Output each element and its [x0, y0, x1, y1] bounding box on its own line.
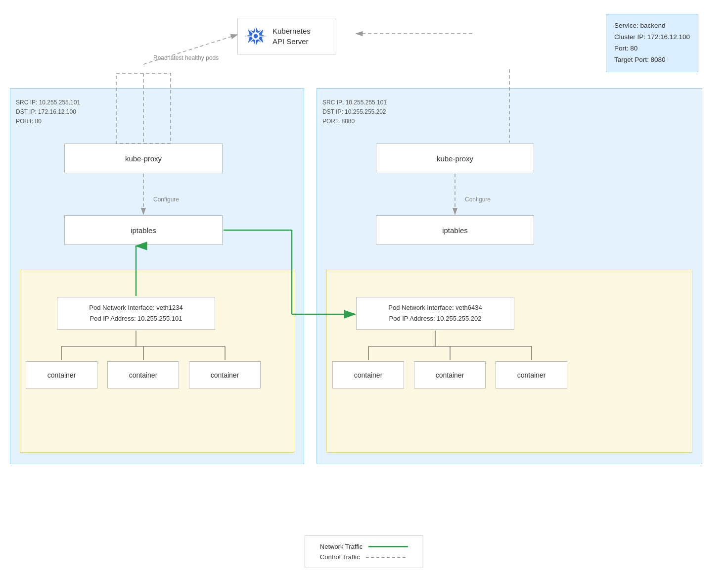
legend-box: Network Traffic Control Traffic: [305, 535, 423, 568]
configure-label-right: Configure: [465, 196, 491, 203]
container-right-1: container: [332, 361, 404, 388]
container-right-3: container: [496, 361, 567, 388]
right-port: PORT: 8080: [322, 117, 387, 126]
kube-proxy-right: kube-proxy: [376, 144, 534, 173]
container-right-2: container: [414, 361, 486, 388]
configure-label-left: Configure: [153, 196, 179, 203]
legend-control-item: Control Traffic: [320, 553, 408, 561]
left-dst-ip: DST IP: 172.16.12.100: [16, 107, 80, 117]
k8s-icon: [245, 25, 267, 47]
legend-network-line: [368, 546, 408, 547]
legend-network-item: Network Traffic: [320, 543, 408, 550]
legend-control-line: [365, 557, 405, 558]
iptables-right: iptables: [376, 215, 534, 245]
read-pods-label: Read latest healthy pods: [153, 54, 219, 61]
legend-network-label: Network Traffic: [320, 543, 363, 550]
pod-interface-right: Pod Network Interface: veth6434 Pod IP A…: [356, 297, 514, 330]
diagram-container: Service: backend Cluster IP: 172:16.12.1…: [0, 0, 728, 580]
k8s-api-server-box: Kubernetes API Server: [237, 18, 336, 54]
service-info-box: Service: backend Cluster IP: 172:16.12.1…: [606, 14, 698, 72]
container-left-1: container: [26, 361, 97, 388]
right-ip-info: SRC IP: 10.255.255.101 DST IP: 10.255.25…: [322, 98, 387, 127]
left-ip-info: SRC IP: 10.255.255.101 DST IP: 172.16.12…: [16, 98, 80, 127]
service-target-port: Target Port: 8080: [614, 54, 690, 66]
service-title: Service: backend: [614, 20, 690, 32]
right-dst-ip: DST IP: 10.255.255.202: [322, 107, 387, 117]
legend-control-label: Control Traffic: [320, 553, 360, 561]
container-left-3: container: [189, 361, 261, 388]
left-port: PORT: 80: [16, 117, 80, 126]
kube-proxy-left: kube-proxy: [64, 144, 223, 173]
service-cluster-ip: Cluster IP: 172:16.12.100: [614, 32, 690, 43]
svg-point-2: [254, 34, 258, 39]
iptables-left: iptables: [64, 215, 223, 245]
left-src-ip: SRC IP: 10.255.255.101: [16, 98, 80, 107]
pod-interface-left: Pod Network Interface: veth1234 Pod IP A…: [57, 297, 215, 330]
service-port: Port: 80: [614, 43, 690, 54]
container-left-2: container: [107, 361, 179, 388]
right-src-ip: SRC IP: 10.255.255.101: [322, 98, 387, 107]
k8s-label: Kubernetes API Server: [273, 26, 311, 47]
